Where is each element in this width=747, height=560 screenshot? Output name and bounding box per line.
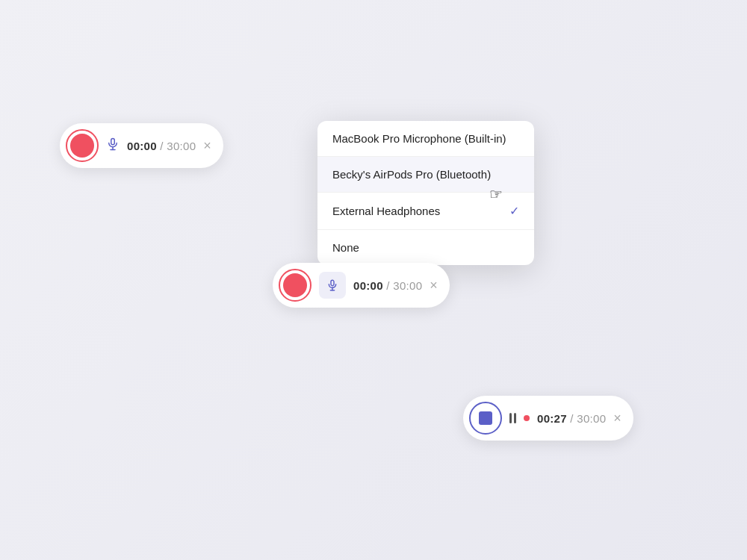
dropdown-item-airpods-label: Becky's AirPods Pro (Bluetooth) [332, 168, 491, 181]
svg-rect-3 [331, 280, 334, 285]
timer-slash-2: / [383, 279, 393, 292]
dropdown-item-none-label: None [332, 241, 359, 254]
pause-icon-3 [509, 413, 516, 423]
close-button-1[interactable]: × [203, 139, 211, 152]
close-button-3[interactable]: × [613, 411, 622, 425]
dropdown-item-macbook-label: MacBook Pro Microphone (Built-in) [332, 132, 506, 145]
audio-source-dropdown: MacBook Pro Microphone (Built-in) Becky'… [317, 121, 534, 265]
recording-dot-3 [524, 415, 530, 421]
record-button-2[interactable] [279, 269, 311, 302]
recorder-widget-1: 00:00 / 30:00 × [60, 123, 223, 168]
close-button-2[interactable]: × [430, 279, 438, 292]
dropdown-item-external-label: External Headphones [332, 205, 440, 217]
timer-slash-3: / [567, 412, 577, 425]
timer-current-3: 00:27 [537, 412, 567, 425]
timer-total-1: 30:00 [167, 140, 196, 152]
record-inner-circle-1 [70, 134, 94, 158]
check-icon-external: ✓ [509, 204, 519, 218]
timer-1: 00:00 / 30:00 [127, 140, 196, 152]
timer-3: 00:27 / 30:00 [537, 412, 606, 425]
recorder-widget-3: 00:27 / 30:00 × [463, 396, 633, 441]
mic-icon-1 [106, 137, 120, 155]
recorder-widget-2: 00:00 / 30:00 × [273, 263, 450, 308]
stop-inner-square-3 [479, 411, 492, 425]
dropdown-item-none[interactable]: None [317, 230, 534, 265]
record-inner-circle-2 [283, 273, 307, 297]
timer-total-2: 30:00 [393, 279, 422, 292]
mic-icon-2 [326, 279, 338, 292]
record-button-1[interactable] [66, 129, 99, 162]
timer-2: 00:00 / 30:00 [353, 279, 422, 292]
dropdown-item-airpods[interactable]: Becky's AirPods Pro (Bluetooth) [317, 157, 534, 193]
timer-current-1: 00:00 [127, 140, 157, 152]
pause-bar-left [509, 413, 512, 423]
dropdown-item-external[interactable]: External Headphones ✓ [317, 193, 534, 230]
pause-bar-right [514, 413, 516, 423]
dropdown-item-macbook[interactable]: MacBook Pro Microphone (Built-in) [317, 121, 534, 157]
timer-total-3: 30:00 [577, 412, 606, 425]
mic-button-2[interactable] [319, 272, 346, 299]
timer-slash-1: / [157, 140, 167, 152]
stop-button-3[interactable] [469, 402, 502, 435]
svg-rect-0 [111, 138, 115, 144]
timer-current-2: 00:00 [353, 279, 383, 292]
